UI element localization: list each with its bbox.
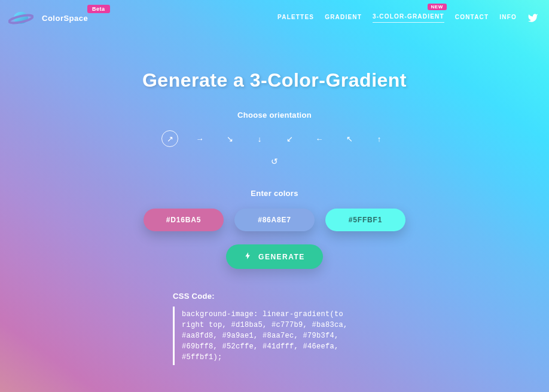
color-value: #D16BA5	[166, 216, 201, 224]
orientation-right[interactable]: →	[191, 130, 208, 147]
css-code-output[interactable]: background-image: linear-gradient(to rig…	[173, 307, 376, 365]
arrow-down-icon: ↓	[258, 134, 262, 143]
new-badge: NEW	[428, 4, 447, 10]
reset-row: ↺	[266, 153, 283, 170]
orientation-bottom[interactable]: ↓	[251, 130, 268, 147]
arrow-left-icon: ←	[316, 134, 324, 143]
main: Generate a 3-Color-Gradient Choose orien…	[0, 27, 549, 365]
colors-row: #D16BA5 #86A8E7 #5FFBF1	[144, 209, 405, 231]
orientation-right-top[interactable]: ↗	[161, 130, 178, 147]
nav-item-label: 3-COLOR-GRADIENT	[373, 13, 444, 20]
twitter-icon[interactable]	[527, 13, 538, 23]
color-input-1[interactable]: #D16BA5	[144, 209, 224, 231]
beta-badge: Beta	[87, 5, 110, 13]
arrow-right-icon: →	[196, 134, 204, 143]
orientation-label: Choose orientation	[237, 111, 312, 120]
orientation-left[interactable]: ←	[311, 130, 328, 147]
orientation-left-bottom[interactable]: ↙	[281, 130, 298, 147]
css-code-label: CSS Code:	[173, 292, 376, 301]
orientation-row: ↗ → ↘ ↓ ↙ ← ↖ ↑	[161, 130, 388, 147]
nav-item-3-color-gradient[interactable]: NEW 3-COLOR-GRADIENT	[373, 13, 444, 23]
nav-item-info[interactable]: INFO	[499, 14, 517, 23]
rocket-icon	[244, 252, 252, 262]
page-title: Generate a 3-Color-Gradient	[142, 69, 407, 91]
arrow-up-left-icon: ↖	[346, 134, 353, 143]
color-value: #86A8E7	[258, 216, 291, 224]
reset-orientation-button[interactable]: ↺	[266, 153, 283, 170]
arrow-up-right-icon: ↗	[167, 134, 173, 143]
brand-name: ColorSpace	[42, 14, 88, 23]
planet-logo-icon	[8, 8, 33, 27]
orientation-top[interactable]: ↑	[371, 130, 388, 147]
orientation-left-top[interactable]: ↖	[341, 130, 358, 147]
color-input-3[interactable]: #5FFBF1	[325, 209, 405, 231]
css-code-section: CSS Code: background-image: linear-gradi…	[173, 292, 376, 365]
arrow-down-right-icon: ↘	[227, 134, 233, 143]
arrow-down-left-icon: ↙	[286, 134, 293, 143]
header: ColorSpace Beta PALETTES GRADIENT NEW 3-…	[0, 0, 549, 27]
colors-label: Enter colors	[251, 189, 298, 198]
generate-label: GENERATE	[258, 253, 305, 261]
nav-item-palettes[interactable]: PALETTES	[277, 14, 314, 23]
nav-item-contact[interactable]: CONTACT	[455, 14, 489, 23]
nav: PALETTES GRADIENT NEW 3-COLOR-GRADIENT C…	[277, 13, 538, 23]
brand[interactable]: ColorSpace Beta	[8, 8, 88, 27]
generate-button[interactable]: GENERATE	[226, 244, 323, 269]
refresh-icon: ↺	[271, 157, 278, 166]
nav-item-gradient[interactable]: GRADIENT	[325, 14, 362, 23]
orientation-right-bottom[interactable]: ↘	[221, 130, 238, 147]
arrow-up-icon: ↑	[377, 134, 382, 143]
color-value: #5FFBF1	[349, 216, 382, 224]
color-input-2[interactable]: #86A8E7	[234, 209, 315, 231]
